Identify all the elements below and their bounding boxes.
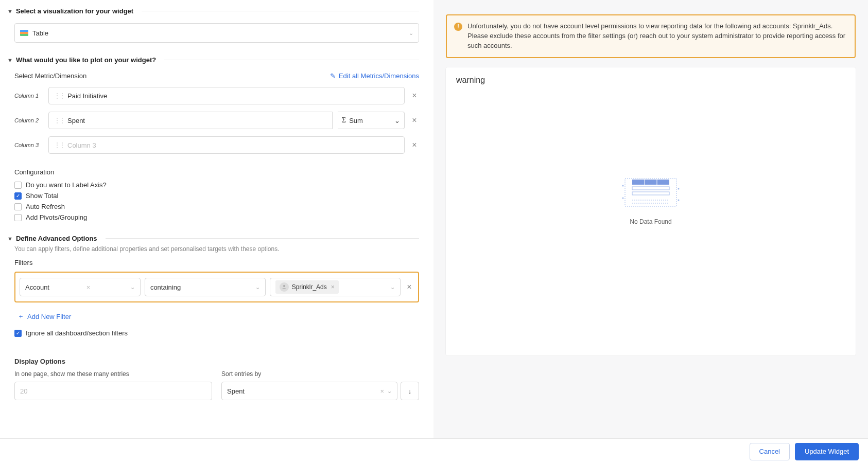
checkbox-checked-icon[interactable]: ✓: [14, 330, 22, 337]
chevron-down-icon: ⌄: [390, 284, 395, 291]
preview-card: warning No Data Found: [446, 67, 856, 355]
remove-column-2[interactable]: ×: [410, 116, 419, 125]
filters-label: Filters: [14, 259, 419, 266]
entries-input[interactable]: [20, 387, 206, 395]
section-visualization-header[interactable]: ▼ Select a visualization for your widget: [7, 5, 419, 17]
checkbox-icon[interactable]: [14, 214, 22, 221]
visualization-select[interactable]: Table ⌄: [14, 23, 419, 43]
column-2-aggregation[interactable]: Σ Sum ⌄: [338, 112, 405, 129]
drag-handle-icon[interactable]: ⋮⋮: [54, 92, 64, 99]
warning-text: Unfortunately, you do not have account l…: [467, 22, 847, 51]
display-options-title: Display Options: [14, 358, 419, 365]
empty-table-icon: [620, 177, 682, 209]
warning-banner: ! Unfortunately, you do not have account…: [446, 14, 856, 58]
section-advanced-header[interactable]: ▼ Define Advanced Options: [7, 233, 419, 244]
svg-point-12: [678, 199, 680, 201]
section-advanced-title: Define Advanced Options: [16, 235, 97, 242]
config-show-total[interactable]: ✓ Show Total: [14, 192, 419, 200]
visualization-value: Table: [32, 29, 48, 37]
chip-remove-icon[interactable]: ×: [331, 283, 335, 291]
remove-filter-row[interactable]: ×: [405, 282, 414, 292]
column-row-2: Column 2 ⋮⋮ Spent Σ Sum ⌄ ×: [14, 112, 419, 129]
filter-chip: Sprinklr_Ads ×: [275, 280, 339, 294]
cancel-button[interactable]: Cancel: [750, 443, 790, 460]
caret-down-icon: ▼: [7, 8, 13, 14]
sort-direction-button[interactable]: ↓: [401, 382, 419, 400]
checkbox-checked-icon[interactable]: ✓: [14, 192, 22, 200]
column-row-3: Column 3 ⋮⋮ ×: [14, 136, 419, 154]
entries-label: In one page, show me these many entries: [14, 370, 212, 378]
pencil-icon: ✎: [330, 72, 336, 80]
sort-label: Sort entries by: [221, 370, 419, 378]
empty-text: No Data Found: [456, 218, 845, 225]
chevron-down-icon: ⌄: [255, 284, 260, 291]
column-2-select[interactable]: ⋮⋮ Spent: [48, 112, 333, 129]
column-label: Column 2: [14, 117, 43, 123]
drag-handle-icon[interactable]: ⋮⋮: [54, 141, 64, 149]
sigma-icon: Σ: [342, 116, 346, 124]
column-label: Column 3: [14, 142, 43, 148]
edit-metrics-link[interactable]: ✎ Edit all Metrics/Dimensions: [330, 72, 419, 80]
empty-state: No Data Found: [456, 177, 845, 225]
config-panel: ▼ Select a visualization for your widget…: [0, 0, 433, 443]
svg-rect-2: [632, 180, 669, 185]
section-visualization-title: Select a visualization for your widget: [16, 7, 133, 15]
remove-column-3[interactable]: ×: [410, 140, 419, 150]
drag-handle-icon[interactable]: ⋮⋮: [54, 117, 64, 124]
filter-operator-select[interactable]: containing ⌄: [145, 278, 266, 296]
clear-icon[interactable]: ×: [380, 387, 384, 395]
entries-input-wrap: [14, 382, 212, 400]
svg-point-10: [622, 197, 624, 199]
metric-dimension-label: Select Metric/Dimension: [14, 72, 86, 80]
svg-point-11: [678, 188, 680, 189]
chevron-down-icon: ⌄: [394, 117, 400, 124]
preview-panel: ! Unfortunately, you do not have account…: [433, 0, 868, 443]
plus-icon: ＋: [18, 312, 24, 321]
caret-down-icon: ▼: [7, 236, 13, 242]
section-plot-title: What would you like to plot on your widg…: [16, 56, 156, 64]
column-3-input[interactable]: [67, 141, 399, 149]
footer: Cancel Update Widget: [0, 438, 868, 464]
clear-icon[interactable]: ×: [86, 283, 91, 291]
config-auto-refresh[interactable]: Auto Refresh: [14, 203, 419, 210]
filter-field-select[interactable]: Account × ⌄: [20, 278, 141, 296]
advanced-subtitle: You can apply filters, define additional…: [14, 245, 419, 253]
column-3-select[interactable]: ⋮⋮: [48, 136, 405, 154]
config-pivots[interactable]: Add Pivots/Grouping: [14, 213, 419, 221]
ignore-dashboard-filters[interactable]: ✓ Ignore all dashboard/section filters: [14, 329, 419, 337]
section-plot-header[interactable]: ▼ What would you like to plot on your wi…: [7, 54, 419, 66]
configuration-title: Configuration: [14, 168, 419, 176]
table-icon: [20, 30, 28, 36]
caret-down-icon: ▼: [7, 57, 13, 63]
warning-icon: !: [454, 23, 462, 31]
chevron-down-icon: ⌄: [387, 388, 392, 395]
svg-point-0: [283, 285, 285, 287]
config-label-axis[interactable]: Do you want to Label Axis?: [14, 181, 419, 189]
arrow-down-icon: ↓: [408, 387, 412, 395]
column-row-1: Column 1 ⋮⋮ Paid Initiative ×: [14, 87, 419, 104]
column-1-select[interactable]: ⋮⋮ Paid Initiative: [48, 87, 405, 104]
remove-column-1[interactable]: ×: [410, 91, 419, 100]
checkbox-icon[interactable]: [14, 203, 22, 210]
avatar-icon: [280, 282, 289, 292]
update-widget-button[interactable]: Update Widget: [795, 443, 859, 460]
add-filter-button[interactable]: ＋ Add New Filter: [18, 312, 419, 321]
chevron-down-icon: ⌄: [409, 30, 413, 37]
filter-row-highlighted: Account × ⌄ containing ⌄ Sprinklr_Ads ×: [14, 272, 419, 302]
filter-value-select[interactable]: Sprinklr_Ads × ⌄: [270, 278, 401, 296]
preview-title: warning: [456, 76, 845, 85]
sort-select[interactable]: Spent × ⌄: [221, 382, 397, 400]
column-label: Column 1: [14, 93, 43, 99]
svg-point-9: [622, 185, 624, 186]
checkbox-icon[interactable]: [14, 182, 22, 189]
chevron-down-icon: ⌄: [130, 284, 135, 291]
